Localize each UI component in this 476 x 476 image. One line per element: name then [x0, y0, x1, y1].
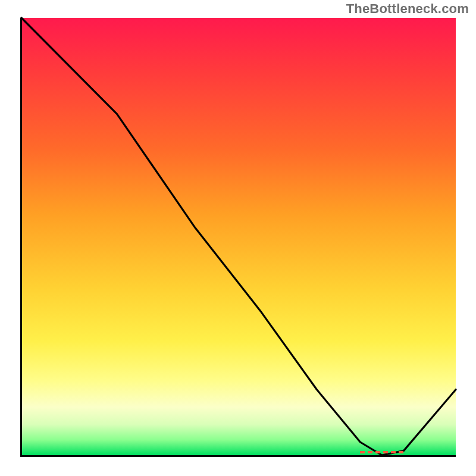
y-axis	[20, 18, 22, 457]
x-axis	[21, 455, 456, 457]
chart-plot-area	[21, 18, 456, 455]
bottleneck-curve	[21, 18, 456, 455]
watermark-text: TheBottleneck.com	[346, 1, 469, 17]
